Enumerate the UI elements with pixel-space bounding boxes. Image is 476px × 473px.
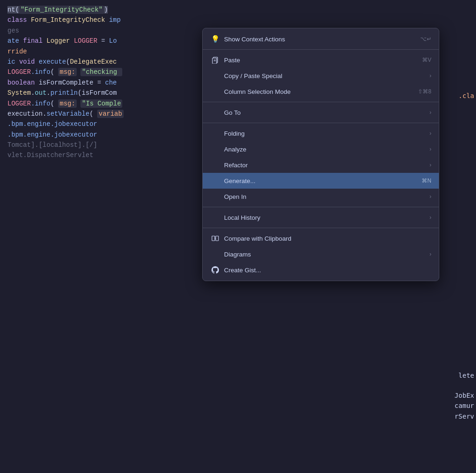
menu-label-local-history: Local History [224, 214, 425, 221]
menu-label-go-to: Go To [224, 109, 425, 116]
code-right-bottom: JobEx camur rServ [455, 390, 476, 421]
menu-item-diagrams[interactable]: Diagrams › [203, 246, 439, 262]
bulb-icon: 💡 [210, 35, 220, 43]
menu-item-column-selection[interactable]: Column Selection Mode ⇧⌘8 [203, 84, 439, 99]
arrow-analyze: › [430, 146, 431, 152]
menu-item-generate[interactable]: Generate... ⌘N [203, 173, 439, 189]
code-right-line-1: .cla [458, 91, 474, 101]
menu-label-copy-paste-special: Copy / Paste Special [224, 72, 425, 79]
code-right-line-complete: lete [458, 370, 474, 381]
compare-icon [210, 235, 220, 242]
menu-item-compare-clipboard[interactable]: Compare with Clipboard [203, 230, 439, 246]
menu-item-folding[interactable]: Folding › [203, 125, 439, 141]
menu-label-analyze: Analyze [224, 146, 425, 153]
menu-label-create-gist: Create Gist... [224, 267, 431, 274]
svg-rect-5 [216, 236, 218, 241]
arrow-refactor: › [430, 162, 431, 168]
arrow-go-to: › [430, 109, 431, 116]
code-right-panel: .cla lete [458, 91, 476, 381]
menu-item-create-gist[interactable]: Create Gist... [203, 262, 439, 278]
code-line-1: nt("Form_IntegrityCheck") [0, 5, 476, 15]
menu-item-local-history[interactable]: Local History › [203, 210, 439, 225]
github-icon [210, 266, 220, 274]
arrow-copy-paste: › [430, 72, 431, 79]
menu-shortcut-column-selection: ⇧⌘8 [418, 88, 431, 95]
svg-rect-4 [212, 236, 215, 241]
arrow-diagrams: › [430, 251, 431, 257]
separator-5 [203, 228, 439, 228]
menu-item-go-to[interactable]: Go To › [203, 105, 439, 120]
menu-label-open-in: Open In [224, 193, 425, 200]
separator-1 [203, 49, 439, 50]
paste-icon [210, 56, 220, 64]
menu-item-analyze[interactable]: Analyze › [203, 141, 439, 157]
menu-label-diagrams: Diagrams [224, 251, 425, 258]
separator-2 [203, 102, 439, 102]
menu-label-refactor: Refactor [224, 162, 425, 169]
menu-label-column-selection: Column Selection Mode [224, 88, 409, 95]
separator-4 [203, 207, 439, 207]
menu-label-compare-clipboard: Compare with Clipboard [224, 235, 431, 242]
menu-item-paste[interactable]: Paste ⌘V [203, 52, 439, 68]
menu-label-show-context-actions: Show Context Actions [224, 36, 411, 43]
menu-shortcut-generate: ⌘N [422, 177, 431, 184]
menu-item-show-context-actions[interactable]: 💡 Show Context Actions ⌥↵ [203, 31, 439, 47]
menu-item-copy-paste-special[interactable]: Copy / Paste Special › [203, 68, 439, 84]
separator-3 [203, 123, 439, 123]
menu-item-open-in[interactable]: Open In › [203, 189, 439, 204]
code-line-2: class Form_IntegrityCheck imp [0, 15, 476, 25]
context-menu: 💡 Show Context Actions ⌥↵ Paste ⌘V Copy … [202, 28, 439, 281]
arrow-folding: › [430, 130, 431, 137]
menu-label-paste: Paste [224, 57, 413, 64]
menu-item-refactor[interactable]: Refactor › [203, 157, 439, 173]
menu-shortcut-show-context-actions: ⌥↵ [420, 36, 431, 42]
menu-label-folding: Folding [224, 130, 425, 137]
arrow-local-history: › [430, 214, 431, 221]
menu-label-generate: Generate... [224, 177, 412, 184]
arrow-open-in: › [430, 193, 431, 200]
menu-shortcut-paste: ⌘V [422, 57, 431, 63]
